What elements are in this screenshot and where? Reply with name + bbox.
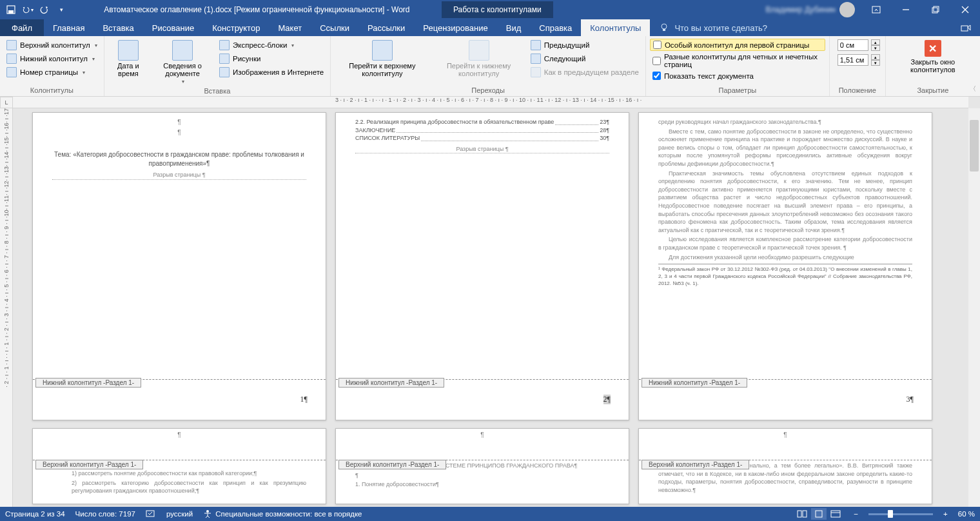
page-6[interactable]: ¶ Верхний колонтитул -Раздел 1- разом оп… [638, 428, 932, 504]
svg-rect-15 [816, 511, 822, 517]
previous-icon [531, 40, 541, 50]
insert-alignment-tab-button[interactable] [834, 68, 881, 70]
spin-down-icon[interactable]: ▼ [871, 45, 880, 51]
pictures-button[interactable]: Рисунки [217, 52, 326, 65]
view-read-mode-icon[interactable] [794, 508, 810, 520]
date-time-button[interactable]: Дата и время [108, 39, 148, 79]
page-number-button[interactable]: Номер страницы▾ [4, 66, 100, 79]
group-options: Особый колонтитул для первой страницы Ра… [646, 36, 830, 96]
maximize-icon[interactable] [921, 0, 950, 19]
minimize-icon[interactable] [891, 0, 921, 19]
user-name: Владимир Дубинин [766, 5, 836, 14]
collapse-ribbon-icon[interactable]: 〈 [970, 84, 976, 93]
share-icon[interactable] [952, 19, 980, 36]
undo-icon[interactable]: ▾ [22, 4, 34, 15]
svg-rect-16 [831, 511, 840, 517]
tell-me-search[interactable]: Что вы хотите сделать? [650, 19, 776, 36]
online-pictures-icon [219, 67, 230, 77]
user-account[interactable]: Владимир Дубинин [760, 2, 861, 17]
view-web-layout-icon[interactable] [828, 508, 843, 520]
svg-point-8 [662, 24, 667, 29]
page-number: 3¶ [906, 395, 914, 404]
next-icon [531, 54, 541, 64]
tab-review[interactable]: Рецензирование [414, 19, 496, 36]
scrollbar-thumb[interactable] [970, 120, 979, 172]
tab-header-footer[interactable]: Колонтитулы [581, 19, 650, 36]
header-tag: Верхний колонтитул -Раздел 1- [338, 460, 446, 469]
footer-tag: Нижний колонтитул -Раздел 1- [338, 378, 444, 388]
contextual-tab-label: Работа с колонтитулами [442, 1, 553, 18]
status-proofing-icon[interactable] [146, 509, 156, 519]
tab-references[interactable]: Ссылки [311, 19, 358, 36]
redo-icon[interactable] [39, 4, 50, 15]
close-icon[interactable] [950, 0, 980, 19]
spin-down-icon[interactable]: ▼ [871, 60, 880, 66]
spin-up-icon[interactable]: ▲ [871, 54, 880, 60]
zoom-level[interactable]: 60 % [958, 510, 975, 518]
document-area[interactable]: ¶ ¶ Тема: «Категория добросовестности в … [13, 108, 968, 507]
zoom-slider-thumb[interactable] [888, 510, 893, 518]
doc-info-button[interactable]: Сведения о документе▾ [151, 39, 214, 86]
footer-bottom-input[interactable] [838, 54, 868, 66]
tab-layout[interactable]: Макет [269, 19, 311, 36]
qat-customize-icon[interactable]: ▾ [55, 4, 67, 15]
vertical-scrollbar[interactable] [968, 108, 980, 507]
page-number-icon [6, 67, 17, 77]
save-icon[interactable] [5, 4, 17, 15]
zoom-slider[interactable] [868, 513, 933, 515]
online-pictures-button[interactable]: Изображения в Интернете [217, 66, 326, 79]
svg-rect-4 [932, 8, 937, 13]
svg-rect-14 [803, 511, 807, 517]
horizontal-ruler[interactable]: 3 · ı · 2 · ı · 1 · ı · · ı · 1 · ı · 2 … [13, 97, 968, 108]
footer-button[interactable]: Нижний колонтитул▾ [4, 52, 100, 65]
svg-rect-10 [961, 26, 968, 31]
goto-header-icon [372, 40, 393, 61]
vertical-ruler[interactable]: · 2 · ı · 1 · ı · · ı · 1 · ı · 2 · ı · … [0, 108, 13, 507]
tab-view[interactable]: Вид [497, 19, 531, 36]
header-top-input[interactable] [838, 39, 868, 51]
status-accessibility[interactable]: Специальные возможности: все в порядке [203, 509, 362, 518]
different-first-page-checkbox[interactable]: Особый колонтитул для первой страницы [650, 39, 825, 51]
view-print-layout-icon[interactable] [811, 508, 827, 520]
header-tag: Верхний колонтитул -Раздел 1- [35, 460, 143, 469]
tab-help[interactable]: Справка [530, 19, 581, 36]
next-button[interactable]: Следующий [528, 52, 642, 65]
zoom-out-icon[interactable]: − [854, 510, 858, 518]
spin-up-icon[interactable]: ▲ [871, 39, 880, 45]
tab-design[interactable]: Конструктор [203, 19, 269, 36]
link-to-previous-button: Как в предыдущем разделе [528, 66, 642, 79]
tab-mailings[interactable]: Рассылки [358, 19, 414, 36]
page-number: 1¶ [300, 395, 308, 404]
footer-from-bottom-spinner[interactable]: ▲▼ [834, 54, 881, 66]
show-document-text-checkbox[interactable]: Показать текст документа [650, 70, 825, 81]
ruler-corner[interactable]: L [0, 97, 13, 108]
group-close: ✕ Закрыть окно колонтитулов Закрытие [886, 36, 980, 96]
page-1[interactable]: ¶ ¶ Тема: «Категория добросовестности в … [32, 112, 326, 420]
page-4[interactable]: ¶ Верхний колонтитул -Раздел 1- 1) рассм… [32, 428, 326, 504]
tab-draw[interactable]: Рисование [143, 19, 203, 36]
close-header-footer-button[interactable]: ✕ Закрыть окно колонтитулов [890, 39, 976, 75]
ribbon-display-options-icon[interactable] [861, 0, 891, 19]
zoom-in-icon[interactable]: + [943, 510, 948, 518]
status-language[interactable]: русский [166, 510, 193, 518]
page-5[interactable]: ¶ Верхний колонтитул -Раздел 1- ИЯ ДОБРО… [335, 428, 629, 504]
page-3[interactable]: среди руководящих начал гражданского зак… [638, 112, 932, 420]
close-hf-icon: ✕ [925, 40, 941, 57]
doc-info-icon [172, 40, 193, 61]
tab-file[interactable]: Файл [0, 19, 44, 36]
status-word-count[interactable]: Число слов: 7197 [75, 510, 135, 518]
status-page[interactable]: Страница 2 из 34 [5, 510, 65, 518]
previous-button[interactable]: Предыдущий [528, 39, 642, 52]
goto-header-button[interactable]: Перейти к верхнему колонтитулу [335, 39, 429, 79]
quick-parts-button[interactable]: Экспресс-блоки▾ [217, 39, 326, 52]
page-2[interactable]: 2.2. Реализация принципа добросовестност… [335, 112, 629, 420]
header-tag: Верхний колонтитул -Раздел 1- [642, 460, 749, 469]
group-navigation: Перейти к верхнему колонтитулу Перейти к… [331, 36, 646, 96]
tab-insert[interactable]: Вставка [93, 19, 142, 36]
avatar [839, 2, 855, 17]
header-from-top-spinner[interactable]: ▲▼ [834, 39, 881, 52]
different-odd-even-checkbox[interactable]: Разные колонтитулы для четных и нечетных… [650, 52, 825, 70]
header-button[interactable]: Верхний колонтитул▾ [4, 39, 100, 52]
tab-home[interactable]: Главная [44, 19, 93, 36]
quick-parts-icon [219, 40, 230, 50]
